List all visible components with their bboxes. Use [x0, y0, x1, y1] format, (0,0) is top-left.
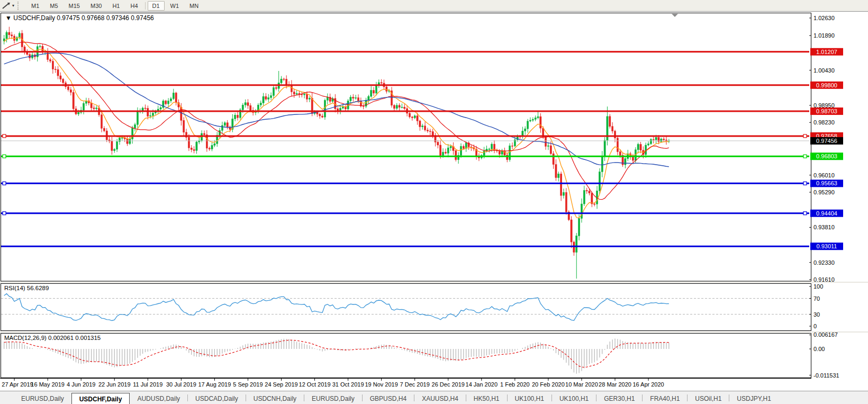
line-tool-icon[interactable]: [2, 2, 11, 10]
chart-tab-gbpusd-h4[interactable]: GBPUSD,H4: [363, 393, 414, 404]
chart-tab-eurusd-daily[interactable]: EURUSD,Daily: [304, 393, 362, 404]
date-axis-label[interactable]: 1 Feb 2020: [500, 381, 530, 388]
date-axis-label[interactable]: 19 Nov 2019: [365, 381, 397, 388]
price-axis-label: 1.02630: [813, 15, 835, 21]
date-axis-label[interactable]: 24 Sep 2019: [265, 381, 297, 388]
line-handle[interactable]: [803, 182, 807, 185]
macd-axis-label: 0.00: [813, 346, 825, 352]
line-handle[interactable]: [3, 182, 6, 185]
chart-tab-audusd-daily[interactable]: AUDUSD,Daily: [130, 393, 187, 404]
line-handle[interactable]: [3, 134, 6, 138]
date-axis-label[interactable]: 22 Jun 2019: [98, 381, 131, 388]
price-badge-label: 0.99800: [816, 82, 837, 88]
timeframe-button-m15[interactable]: M15: [64, 1, 85, 11]
date-axis-label[interactable]: 30 Jul 2019: [166, 381, 196, 388]
price-axis-label: 0.92330: [813, 259, 835, 266]
date-axis-label[interactable]: 12 Oct 2019: [299, 381, 331, 388]
rsi-axis-label: 30: [813, 311, 820, 318]
date-axis-label[interactable]: 26 Dec 2019: [432, 381, 465, 388]
date-axis-label[interactable]: 7 Dec 2019: [400, 381, 430, 388]
date-axis-label[interactable]: 27 Apr 2019: [2, 381, 33, 388]
price-badge-label: 0.97456: [816, 138, 837, 144]
price-axis-label: 0.98230: [813, 119, 835, 125]
chart-tab-ger30-h1[interactable]: GER30,H1: [596, 393, 642, 404]
line-handle[interactable]: [803, 134, 807, 138]
rsi-axis-label: 0: [813, 323, 817, 329]
toolbar-separator: [145, 2, 146, 10]
chart-tab-uk100-h1[interactable]: UK100,H1: [508, 393, 551, 404]
timeframe-button-mn[interactable]: MN: [185, 1, 203, 11]
price-axis-label: 0.96010: [813, 172, 835, 178]
price-axis-label: 0.91610: [813, 276, 835, 283]
date-axis-label[interactable]: 28 Mar 2020: [599, 381, 631, 388]
timeframe-button-w1[interactable]: W1: [166, 1, 184, 11]
chart-tab-fra40-h1[interactable]: FRA40,H1: [643, 393, 687, 404]
date-axis-label[interactable]: 14 Jan 2020: [466, 381, 498, 388]
chart-tab-usdcad-daily[interactable]: USDCAD,Daily: [188, 393, 246, 404]
chart-tab-bar: EURUSD,DailyUSDCHF,DailyAUDUSD,DailyUSDC…: [0, 391, 868, 404]
date-axis-label[interactable]: 10 Mar 2020: [565, 381, 598, 388]
price-badge-label: 0.93011: [817, 243, 837, 249]
panel-splitter[interactable]: [0, 331, 868, 333]
chart-tab-usdchf-daily[interactable]: USDCHF,Daily: [71, 393, 130, 404]
chart-tab-xauusd-h4[interactable]: XAUUSD,H4: [414, 393, 466, 404]
chart-tab-usdjpy-h1[interactable]: USDJPY,H1: [729, 393, 778, 404]
date-axis-label[interactable]: 11 Jul 2019: [133, 381, 162, 388]
timeframe-button-m30[interactable]: M30: [86, 1, 106, 11]
price-badge-label: 0.98703: [816, 108, 837, 114]
panel-splitter[interactable]: [0, 282, 868, 283]
date-axis-label[interactable]: 17 Aug 2019: [198, 381, 231, 388]
macd-axis-label: 0.006167: [813, 331, 838, 338]
price-axis-label: 1.01890: [813, 32, 835, 39]
toolbar-grip-handle[interactable]: [17, 2, 21, 10]
price-badge-label: 0.96803: [816, 153, 837, 159]
rsi-panel[interactable]: [1, 284, 811, 331]
line-handle[interactable]: [3, 155, 6, 158]
date-axis-label[interactable]: 5 Sep 2019: [233, 381, 263, 388]
top-toolbar: ▾ M1M5M15M30H1H4D1W1MN: [0, 0, 868, 12]
line-handle[interactable]: [803, 212, 807, 215]
price-axis-label: 0.95290: [813, 189, 835, 195]
timeframe-button-m1[interactable]: M1: [26, 1, 44, 11]
chart-tab-hk50-h1[interactable]: HK50,H1: [466, 393, 507, 404]
line-handle[interactable]: [3, 212, 6, 215]
chart-tab-usdcnh-daily[interactable]: USDCNH,Daily: [246, 393, 304, 404]
chart-tab-eurusd-daily[interactable]: EURUSD,Daily: [14, 393, 71, 404]
timeframe-button-d1[interactable]: D1: [148, 1, 165, 11]
rsi-label: RSI(14) 56.6289: [4, 285, 49, 291]
chart-tab-usoil-h1[interactable]: USOil,H1: [688, 393, 729, 404]
date-axis-label[interactable]: 16 Apr 2020: [632, 381, 664, 388]
price-badge-label: 0.95663: [816, 180, 837, 186]
price-axis-label: 0.93810: [813, 224, 835, 230]
chart-title: ▼ USDCHF,Daily 0.97475 0.97668 0.97346 0…: [5, 14, 154, 22]
macd-label: MACD(12,26,9) 0.002061 0.001315: [4, 335, 101, 341]
rsi-axis-label: 100: [813, 283, 823, 290]
rsi-axis-label: 70: [813, 295, 820, 302]
price-badge-label: 0.94404: [816, 210, 837, 217]
date-axis-label[interactable]: 31 Oct 2019: [332, 381, 364, 388]
chevron-down-icon[interactable]: ▾: [12, 3, 14, 8]
main-chart-plot[interactable]: [1, 13, 811, 282]
timeframe-button-group: M1M5M15M30H1H4D1W1MN: [24, 0, 206, 11]
timeframe-button-h4[interactable]: H4: [125, 1, 142, 11]
chart-window[interactable]: 1.026301.018901.004300.989500.982300.960…: [0, 12, 868, 391]
macd-axis-label: -0.011531: [813, 372, 839, 379]
line-handle[interactable]: [803, 155, 807, 158]
chart-canvas[interactable]: 1.026301.018901.004300.989500.982300.960…: [0, 12, 868, 391]
timeframe-button-h1[interactable]: H1: [107, 1, 124, 11]
price-axis-label: 1.00430: [813, 67, 835, 74]
chart-tab-uk100-h1[interactable]: UK100,H1: [552, 393, 596, 404]
date-axis-label[interactable]: 4 Jun 2019: [67, 381, 95, 388]
price-badge-label: 1.01207: [816, 49, 837, 55]
date-axis-label[interactable]: 20 Feb 2020: [532, 381, 565, 388]
date-axis-label[interactable]: 16 May 2019: [31, 381, 65, 388]
timeframe-button-m5[interactable]: M5: [45, 1, 62, 11]
